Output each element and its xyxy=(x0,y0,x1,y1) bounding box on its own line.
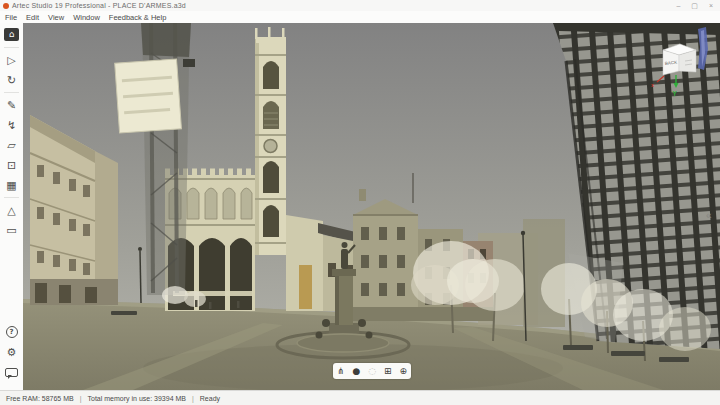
free-ram-status: Free RAM: 58765 MB xyxy=(6,395,74,402)
minimize-button[interactable]: – xyxy=(676,2,680,10)
panel-collapse-icon[interactable]: « xyxy=(706,210,712,221)
defeature-zap-icon[interactable]: ↯ xyxy=(0,115,23,135)
menu-window[interactable]: Window xyxy=(73,13,100,22)
title-bar: Artec Studio 19 Professional - PLACE D'A… xyxy=(0,0,720,11)
divider xyxy=(4,197,19,198)
ready-status: Ready xyxy=(200,395,220,402)
memory-in-use-status: Total memory in use: 39394 MB xyxy=(88,395,186,402)
divider xyxy=(4,92,19,93)
y-axis-label: Y xyxy=(673,90,678,97)
artec-studio-window: Artec Studio 19 Professional - PLACE D'A… xyxy=(0,0,720,405)
edit-pencil-icon[interactable]: ✎ xyxy=(0,95,23,115)
status-separator: | xyxy=(192,395,194,402)
view-toolbar: ⋔ ● ◌ ⊞ ⊕ xyxy=(333,363,411,379)
play-icon[interactable]: ▷ xyxy=(0,50,23,70)
status-separator: | xyxy=(80,395,82,402)
divider xyxy=(4,47,19,48)
window-title: Artec Studio 19 Professional - PLACE D'A… xyxy=(12,2,186,9)
mesh-triangle-icon[interactable]: △ xyxy=(0,200,23,220)
feedback-chat-icon[interactable] xyxy=(0,362,23,382)
menu-feedback-help[interactable]: Feedback & Help xyxy=(109,13,167,22)
texture-grid-icon[interactable]: ▦ xyxy=(0,175,23,195)
axes-icon[interactable]: ⋔ xyxy=(337,366,345,376)
eraser-icon[interactable]: ▱ xyxy=(0,135,23,155)
menu-edit[interactable]: Edit xyxy=(26,13,39,22)
close-button[interactable]: × xyxy=(709,2,713,10)
tool-sidebar: ⌂ ▷ ↻ ✎ ↯ ▱ ⊡ ▦ △ ▭ ? ⚙ xyxy=(0,23,24,390)
question-mark-icon: ? xyxy=(6,326,18,338)
speech-bubble-icon xyxy=(5,368,18,377)
cube-view-icon[interactable]: ⊞ xyxy=(384,366,392,376)
viewport-3d[interactable]: BACK Y x « xyxy=(23,23,720,390)
align-target-icon[interactable]: ⊡ xyxy=(0,155,23,175)
sphere-icon[interactable]: ● xyxy=(352,366,360,376)
help-icon[interactable]: ? xyxy=(0,322,23,342)
settings-gear-icon[interactable]: ⚙ xyxy=(0,342,23,362)
point-cloud-scene: BACK Y x « xyxy=(23,23,720,390)
maximize-button[interactable]: ▢ xyxy=(691,2,698,10)
menu-view[interactable]: View xyxy=(48,13,64,22)
app-logo-icon xyxy=(3,3,9,9)
home-icon: ⌂ xyxy=(4,28,19,41)
globe-icon[interactable]: ⊕ xyxy=(399,366,407,376)
home-button[interactable]: ⌂ xyxy=(0,23,23,45)
menu-file[interactable]: File xyxy=(5,13,17,22)
rotate-icon[interactable]: ↻ xyxy=(0,70,23,90)
status-bar: Free RAM: 58765 MB | Total memory in use… xyxy=(0,390,720,405)
measure-icon[interactable]: ▭ xyxy=(0,220,23,240)
circle-disabled-icon: ◌ xyxy=(368,366,376,376)
